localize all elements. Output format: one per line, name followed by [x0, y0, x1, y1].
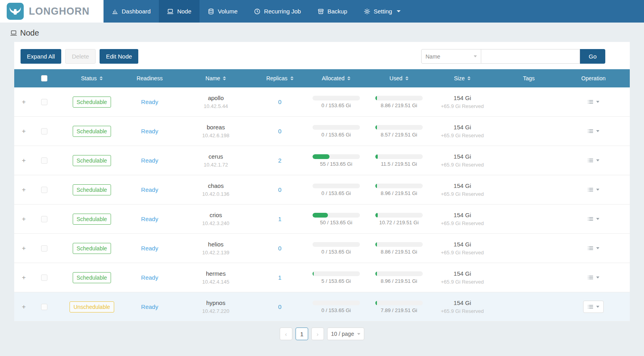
column-header-used[interactable]: Used: [374, 75, 424, 81]
nav-item-volume[interactable]: Volume: [200, 0, 246, 23]
row-checkbox[interactable]: [41, 245, 47, 252]
nav-label: Setting: [374, 8, 392, 15]
delete-button[interactable]: Delete: [65, 49, 96, 64]
checkbox-cell: [33, 187, 55, 193]
next-page-button[interactable]: ›: [311, 328, 324, 340]
brand[interactable]: LONGHORN: [0, 0, 104, 23]
row-checkbox[interactable]: [41, 275, 47, 281]
readiness-cell: Ready: [129, 98, 171, 105]
expand-row-button[interactable]: +: [22, 98, 26, 105]
node-name: chaos: [208, 182, 224, 189]
filter-field-select[interactable]: Name: [421, 49, 481, 64]
operation-menu-button[interactable]: [583, 96, 604, 108]
status-badge: Schedulable: [73, 243, 111, 254]
replicas-link[interactable]: 0: [278, 303, 281, 310]
replicas-link[interactable]: 1: [278, 216, 281, 222]
replicas-link[interactable]: 0: [278, 98, 281, 105]
node-table: Status Readiness Name Replicas Allocated…: [14, 69, 630, 322]
used-cell: 8.57 / 219.51 Gi: [374, 125, 424, 138]
column-label: Status: [81, 75, 97, 81]
replicas-link[interactable]: 0: [278, 186, 281, 193]
column-label: Replicas: [266, 75, 288, 81]
operation-menu-button[interactable]: [583, 213, 604, 225]
nav-label: Backup: [328, 8, 347, 15]
row-checkbox[interactable]: [41, 157, 47, 164]
current-page-button[interactable]: 1: [296, 328, 308, 340]
table-row: + Schedulable Ready cerus 10.42.1.72 2 5…: [14, 146, 630, 175]
column-header-readiness: Readiness: [129, 75, 171, 81]
status-badge: Schedulable: [73, 97, 111, 108]
row-checkbox[interactable]: [41, 128, 47, 134]
allocated-text: 0 / 153.65 Gi: [322, 307, 351, 313]
expand-row-button[interactable]: +: [22, 216, 26, 222]
replicas-link[interactable]: 0: [278, 128, 281, 134]
used-text: 8.86 / 219.51 Gi: [380, 102, 417, 108]
row-checkbox[interactable]: [41, 304, 47, 310]
name-cell: helios 10.42.2.139: [171, 241, 261, 256]
used-cell: 10.72 / 219.51 Gi: [374, 213, 424, 225]
setting-gear-icon: [364, 8, 370, 15]
column-header-status[interactable]: Status: [55, 75, 129, 81]
column-header-allocated[interactable]: Allocated: [299, 75, 374, 81]
filter-input[interactable]: [481, 49, 580, 64]
replicas-link[interactable]: 2: [278, 157, 281, 164]
chevron-down-icon: [596, 159, 599, 161]
readiness-cell: Ready: [129, 186, 171, 193]
operation-menu-button[interactable]: [583, 125, 604, 137]
select-all-checkbox[interactable]: [41, 75, 47, 81]
go-button[interactable]: Go: [580, 49, 605, 64]
column-header-replicas[interactable]: Replicas: [261, 75, 299, 81]
row-checkbox[interactable]: [41, 216, 47, 222]
allocated-progress-bar: [313, 301, 360, 305]
allocated-cell: 0 / 153.65 Gi: [299, 125, 374, 138]
node-icon: [167, 8, 173, 15]
prev-page-button[interactable]: ‹: [280, 328, 292, 340]
page-size-select[interactable]: 10 / page: [327, 328, 364, 340]
operation-menu-button[interactable]: [583, 154, 604, 167]
table-body: + Schedulable Ready apollo 10.42.5.44 0 …: [14, 87, 630, 322]
replicas-link[interactable]: 0: [278, 245, 281, 252]
expand-all-button[interactable]: Expand All: [21, 49, 61, 64]
operation-menu-button[interactable]: [583, 271, 604, 284]
allocated-cell: 55 / 153.65 Gi: [299, 154, 374, 167]
used-cell: 7.89 / 219.51 Gi: [374, 301, 424, 313]
operation-menu-button[interactable]: [583, 184, 604, 196]
expand-row-button[interactable]: +: [22, 157, 26, 164]
nav-item-node[interactable]: Node: [159, 0, 200, 23]
nav-item-recurring-job[interactable]: Recurring Job: [246, 0, 309, 23]
size-value: 154 Gi: [454, 124, 471, 131]
edit-node-button[interactable]: Edit Node: [100, 49, 138, 64]
size-value: 154 Gi: [454, 95, 471, 101]
replicas-link[interactable]: 1: [278, 274, 281, 281]
checkbox-cell: [33, 128, 55, 134]
expand-row-button[interactable]: +: [22, 245, 26, 252]
column-header-size[interactable]: Size: [424, 75, 501, 81]
used-progress-bar: [375, 271, 423, 276]
chevron-down-icon: [596, 189, 599, 191]
expand-row-button[interactable]: +: [22, 274, 26, 281]
operation-menu-button[interactable]: [583, 242, 604, 254]
nav-item-backup[interactable]: Backup: [309, 0, 356, 23]
row-checkbox[interactable]: [41, 99, 47, 105]
nav-item-dashboard[interactable]: Dashboard: [104, 0, 159, 23]
expand-cell: +: [14, 303, 33, 310]
readiness-cell: Ready: [129, 157, 171, 164]
replicas-cell: 1: [261, 274, 299, 281]
allocated-text: 50 / 153.65 Gi: [320, 220, 352, 225]
operation-cell: [557, 184, 630, 196]
used-cell: 8.96 / 219.51 Gi: [374, 271, 424, 284]
operation-menu-button[interactable]: [583, 301, 604, 313]
row-checkbox[interactable]: [41, 187, 47, 193]
expand-row-button[interactable]: +: [22, 128, 26, 134]
reserved-value: +65.9 Gi Reserved: [441, 250, 484, 256]
operation-cell: [557, 213, 630, 225]
expand-row-button[interactable]: +: [22, 186, 26, 193]
replicas-cell: 0: [261, 303, 299, 310]
column-header-name[interactable]: Name: [171, 75, 261, 81]
readiness-cell: Ready: [129, 303, 171, 310]
replicas-cell: 0: [261, 128, 299, 134]
expand-row-button[interactable]: +: [22, 303, 26, 310]
search-group: Name Go: [421, 49, 605, 64]
nav-item-setting[interactable]: Setting: [356, 0, 409, 23]
status-badge: Schedulable: [73, 184, 111, 195]
